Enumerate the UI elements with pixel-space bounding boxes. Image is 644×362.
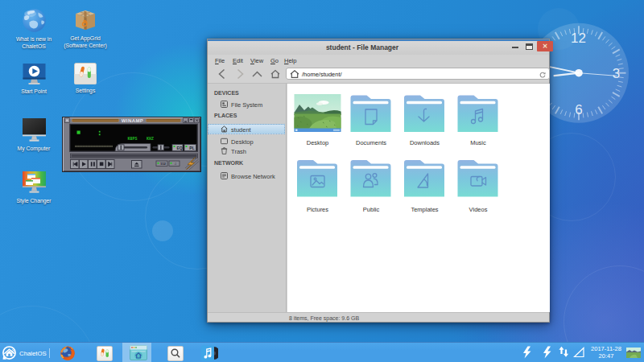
svg-text:KHZ: KHZ — [147, 137, 154, 142]
svg-text:Pictures: Pictures — [307, 206, 328, 213]
svg-text:Templates: Templates — [411, 206, 438, 213]
svg-text:Documents: Documents — [356, 139, 386, 146]
svg-text:112: 112 — [160, 162, 167, 166]
svg-text:KBPS: KBPS — [128, 137, 138, 142]
svg-text:12: 12 — [571, 31, 586, 46]
svg-text:♫: ♫ — [174, 162, 176, 166]
svg-text:WINAMP: WINAMP — [122, 118, 143, 123]
svg-text:PL: PL — [189, 146, 194, 150]
svg-text:6: 6 — [575, 102, 582, 117]
svg-text:Music: Music — [470, 139, 486, 146]
svg-text:Downloads: Downloads — [410, 139, 440, 146]
svg-text:3: 3 — [613, 66, 620, 81]
svg-text:Public: Public — [363, 206, 380, 213]
svg-text:Desktop: Desktop — [307, 139, 329, 146]
svg-text:EQ: EQ — [176, 146, 182, 150]
svg-text:Videos: Videos — [469, 206, 488, 213]
